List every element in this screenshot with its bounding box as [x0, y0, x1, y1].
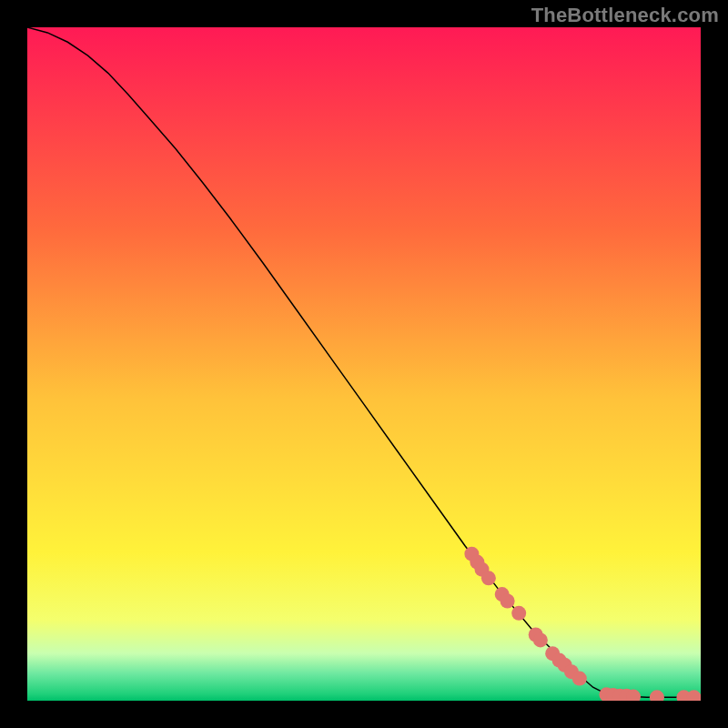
gradient-background — [27, 27, 701, 701]
scatter-point — [481, 571, 496, 585]
chart-svg — [27, 27, 701, 701]
chart-frame: TheBottleneck.com — [0, 0, 728, 728]
plot-area — [27, 27, 701, 701]
scatter-point — [533, 632, 548, 647]
scatter-point — [511, 606, 526, 621]
watermark-text: TheBottleneck.com — [531, 4, 719, 27]
scatter-point — [572, 672, 587, 686]
scatter-point — [500, 593, 515, 608]
